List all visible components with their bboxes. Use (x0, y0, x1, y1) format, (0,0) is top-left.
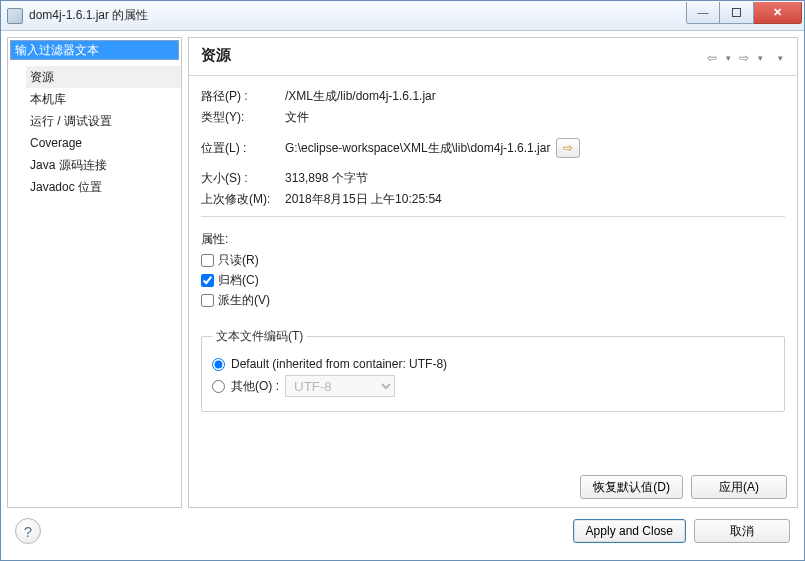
encoding-other-label: 其他(O) : (231, 378, 279, 395)
filter-field-wrap (10, 40, 179, 60)
help-icon: ? (24, 523, 32, 540)
kv-modified-label: 上次修改(M): (201, 189, 279, 210)
nav-item-coverage[interactable]: Coverage (26, 132, 181, 154)
maximize-button[interactable] (720, 2, 754, 24)
encoding-other-row[interactable]: 其他(O) : UTF-8 (212, 375, 774, 397)
kv-size-value: 313,898 个字节 (279, 168, 580, 189)
encoding-other-radio[interactable] (212, 380, 225, 393)
separator (201, 216, 785, 217)
forward-icon[interactable]: ⇨ (737, 51, 751, 65)
derived-label: 派生的(V) (218, 292, 270, 309)
menu-icon[interactable]: ▾ (773, 51, 787, 65)
kv-location-value: G:\eclipse-workspace\XML生成\lib\dom4j-1.6… (285, 140, 550, 157)
kv-table: 路径(P) : /XML生成/lib/dom4j-1.6.1.jar 类型(Y)… (201, 86, 580, 210)
app-icon (7, 8, 23, 24)
nav-item-javadoc[interactable]: Javadoc 位置 (26, 176, 181, 198)
back-menu-icon[interactable]: ▾ (721, 51, 735, 65)
kv-size-label: 大小(S) : (201, 168, 279, 189)
encoding-select[interactable]: UTF-8 (285, 375, 395, 397)
window-title: dom4j-1.6.1.jar 的属性 (29, 7, 686, 24)
kv-path-label: 路径(P) : (201, 86, 279, 107)
dialog-footer: ? Apply and Close 取消 (7, 508, 798, 554)
content-header: 资源 ⇦ ▾ ⇨ ▾ ▾ (189, 38, 797, 76)
archive-label: 归档(C) (218, 272, 259, 289)
help-button[interactable]: ? (15, 518, 41, 544)
minimize-button[interactable]: — (686, 2, 720, 24)
close-icon: ✕ (773, 6, 782, 19)
maximize-icon (732, 8, 741, 17)
derived-checkbox[interactable] (201, 294, 214, 307)
archive-checkbox[interactable] (201, 274, 214, 287)
split-panes: 资源 本机库 运行 / 调试设置 Coverage Java 源码连接 Java… (7, 37, 798, 508)
kv-location-label: 位置(L) : (201, 136, 279, 160)
encoding-default-row[interactable]: Default (inherited from container: UTF-8… (212, 357, 774, 371)
attributes-block: 属性: 只读(R) 归档(C) 派生的(V) (189, 231, 797, 320)
kv-type-label: 类型(Y): (201, 107, 279, 128)
close-button[interactable]: ✕ (754, 2, 802, 24)
attributes-heading: 属性: (201, 231, 785, 248)
encoding-legend: 文本文件编码(T) (212, 328, 307, 345)
forward-menu-icon[interactable]: ▾ (753, 51, 767, 65)
show-in-explorer-button[interactable]: ⇨ (556, 138, 580, 158)
nav-tree: 资源 本机库 运行 / 调试设置 Coverage Java 源码连接 Java… (8, 62, 181, 198)
encoding-default-radio[interactable] (212, 358, 225, 371)
kv-type-value: 文件 (279, 107, 580, 128)
nav-item-run-debug[interactable]: 运行 / 调试设置 (26, 110, 181, 132)
encoding-group: 文本文件编码(T) Default (inherited from contai… (201, 328, 785, 412)
encoding-default-label: Default (inherited from container: UTF-8… (231, 357, 447, 371)
cancel-button[interactable]: 取消 (694, 519, 790, 543)
nav-pane: 资源 本机库 运行 / 调试设置 Coverage Java 源码连接 Java… (7, 37, 182, 508)
location-row: G:\eclipse-workspace\XML生成\lib\dom4j-1.6… (285, 138, 580, 158)
readonly-label: 只读(R) (218, 252, 259, 269)
titlebar: dom4j-1.6.1.jar 的属性 — ✕ (1, 1, 804, 31)
show-in-explorer-icon: ⇨ (563, 141, 573, 155)
properties-block: 路径(P) : /XML生成/lib/dom4j-1.6.1.jar 类型(Y)… (189, 76, 797, 231)
readonly-row[interactable]: 只读(R) (201, 252, 785, 269)
nav-item-native-lib[interactable]: 本机库 (26, 88, 181, 110)
filter-input[interactable] (10, 40, 179, 60)
apply-and-close-button[interactable]: Apply and Close (573, 519, 686, 543)
apply-button[interactable]: 应用(A) (691, 475, 787, 499)
header-nav-arrows: ⇦ ▾ ⇨ ▾ ▾ (705, 51, 787, 65)
minimize-icon: — (698, 6, 709, 18)
readonly-checkbox[interactable] (201, 254, 214, 267)
content-pane: 资源 ⇦ ▾ ⇨ ▾ ▾ 路径(P) : /XML生成/lib/dom4j-1.… (188, 37, 798, 508)
kv-modified-value: 2018年8月15日 上午10:25:54 (279, 189, 580, 210)
window-buttons: — ✕ (686, 2, 802, 24)
dialog-window: dom4j-1.6.1.jar 的属性 — ✕ 资源 本机库 运行 / 调试设置… (0, 0, 805, 561)
derived-row[interactable]: 派生的(V) (201, 292, 785, 309)
content-spacer (189, 422, 797, 467)
dialog-body: 资源 本机库 运行 / 调试设置 Coverage Java 源码连接 Java… (1, 31, 804, 560)
nav-item-java-source[interactable]: Java 源码连接 (26, 154, 181, 176)
back-icon[interactable]: ⇦ (705, 51, 719, 65)
restore-defaults-button[interactable]: 恢复默认值(D) (580, 475, 683, 499)
archive-row[interactable]: 归档(C) (201, 272, 785, 289)
page-title: 资源 (201, 46, 705, 65)
content-buttons: 恢复默认值(D) 应用(A) (189, 467, 797, 507)
nav-item-resource[interactable]: 资源 (26, 66, 181, 88)
kv-path-value: /XML生成/lib/dom4j-1.6.1.jar (279, 86, 580, 107)
